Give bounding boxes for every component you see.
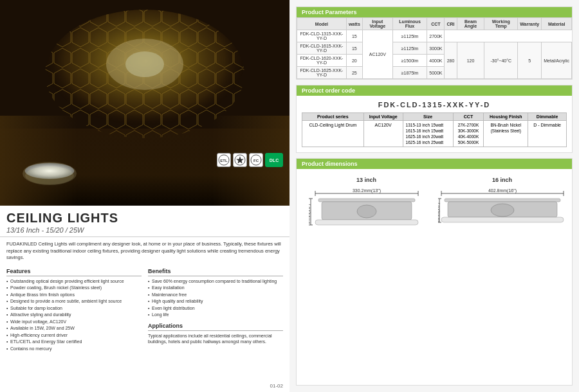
dlc-badge: DLC — [265, 153, 283, 167]
benefits-column: Benefits Save 60% energy consumption com… — [148, 268, 283, 353]
svg-rect-33 — [441, 217, 564, 222]
col-model: Model — [297, 18, 347, 30]
svg-text:402.8mm(16"): 402.8mm(16") — [488, 188, 516, 193]
dim-13inch: 13 inch 330.2mm(13") — [302, 177, 431, 245]
fc-badge: FC — [249, 153, 263, 167]
list-item: Antique Brass trim finish options — [6, 292, 142, 299]
table-cell: FDK-CLD-1615-XXK-YY-D — [297, 42, 347, 55]
svg-text:97mm(3.8"): 97mm(3.8") — [309, 204, 311, 224]
product-image: ETL FC DLC — [0, 0, 290, 206]
params-header: Product Parameters — [297, 7, 572, 17]
svg-point-22 — [357, 205, 376, 218]
table-cell: FDK-CLD-1315-XXK-YY-D — [297, 30, 347, 42]
dim-16inch: 16 inch 402.8mm(16") — [437, 177, 567, 245]
svg-point-8 — [25, 166, 74, 184]
table-cell: AC120V — [362, 30, 392, 79]
oc-col-series: Product series — [302, 113, 364, 121]
list-item: Maintenance free — [148, 292, 283, 299]
oc-cct-val: 27K-2700K30K-3000K40K-4000K50K-5000K — [453, 121, 484, 147]
oc-size-val: 1315-13 inch 15watt1615-16 inch 15watt16… — [403, 121, 453, 147]
list-item: Long life — [148, 312, 283, 319]
list-item: ETL/CETL and Energy Star certified — [6, 339, 142, 346]
left-panel: ETL FC DLC CEILING LIGHTS 13/16 — [0, 0, 290, 392]
oc-col-size: Size — [403, 113, 453, 121]
oc-col-cct: CCT — [453, 113, 484, 121]
energy-star-badge — [233, 153, 247, 167]
right-panel: Product Parameters Model watts Input Vol… — [290, 0, 579, 392]
table-cell: ≥1125lm — [392, 42, 427, 55]
page-title: CEILING LIGHTS — [6, 211, 283, 226]
product-parameters-section: Product Parameters Model watts Input Vol… — [296, 6, 573, 80]
svg-text:FC: FC — [253, 159, 259, 163]
svg-rect-31 — [445, 199, 560, 202]
page-subtitle: 13/16 Inch - 15/20 / 25W — [6, 226, 283, 234]
oc-series-val: CLD-Ceiling Light Drum — [302, 121, 364, 147]
order-code-content: FDK-CLD-1315-XXK-YY-D Product series Inp… — [297, 96, 572, 152]
list-item: Contains no mercury — [6, 346, 142, 353]
oc-voltage-val: AC120V — [363, 121, 403, 147]
col-cri: CRI — [445, 18, 457, 30]
col-flux: Luminous Flux — [392, 18, 427, 30]
list-item: Outstanding optical design providing eff… — [6, 278, 142, 285]
dimensions-row: 13 inch 330.2mm(13") — [302, 177, 567, 245]
oc-col-finish: Housing Finish — [484, 113, 528, 121]
list-item: Save 60% energy consumption compared to … — [148, 278, 283, 285]
col-material: Material — [542, 18, 572, 30]
col-cct: CCT — [427, 18, 445, 30]
table-cell: 5000K — [427, 67, 445, 79]
table-cell: 15 — [346, 42, 362, 55]
title-area: CEILING LIGHTS 13/16 Inch - 15/20 / 25W — [0, 206, 290, 237]
list-item: Attractive styling and durability — [6, 312, 142, 319]
svg-rect-19 — [318, 199, 415, 202]
table-cell: 2700K — [427, 30, 445, 42]
svg-point-34 — [491, 204, 514, 217]
benefits-list: Save 60% energy consumption compared to … — [148, 278, 283, 319]
applications-text: Typical applications include all residen… — [148, 333, 283, 346]
order-code-header-row: Product series Input Voltage Size CCT Ho… — [302, 113, 567, 121]
features-column: Features Outstanding optical design prov… — [6, 268, 142, 353]
table-cell: 5 — [518, 42, 542, 79]
svg-rect-21 — [315, 220, 418, 225]
list-item: Suitable for damp location — [6, 305, 142, 312]
table-cell: 20 — [346, 55, 362, 67]
table-cell: 15 — [346, 30, 362, 42]
svg-text:ETL: ETL — [220, 159, 228, 163]
col-watts: watts — [346, 18, 362, 30]
table-cell: ≥1125lm — [392, 30, 427, 42]
table-row: FDK-CLD-1615-XXK-YY-D15≥1125lm3000K28012… — [297, 42, 572, 55]
benefits-heading: Benefits — [148, 268, 283, 276]
table-cell: ≥1500lm — [392, 55, 427, 67]
table-row: FDK-CLD-1315-XXK-YY-D15AC120V≥1125lm2700… — [297, 30, 572, 42]
list-item: High-efficiency current driver — [6, 332, 142, 339]
table-row: CLD-Ceiling Light Drum AC120V 1315-13 in… — [302, 121, 567, 147]
table-cell: 3000K — [427, 42, 445, 55]
svg-point-5 — [125, 51, 164, 77]
table-cell: Metal/Acrylic — [542, 42, 572, 79]
features-list: Outstanding optical design providing eff… — [6, 278, 142, 353]
list-item: Designed to provide a more subtle, ambie… — [6, 298, 142, 305]
dimensions-content: 13 inch 330.2mm(13") — [297, 169, 572, 250]
features-heading: Features — [6, 268, 142, 276]
svg-text:93mm(3.6"): 93mm(3.6") — [438, 203, 440, 223]
applications-heading: Applications — [148, 323, 283, 331]
order-code-table: Product series Input Voltage Size CCT Ho… — [302, 112, 567, 147]
table-cell: -30°~40°C — [484, 42, 518, 79]
list-item: Even light distribution — [148, 305, 283, 312]
oc-finish-val: BN-Brush Nickel(Stainless Steel) — [484, 121, 528, 147]
list-item: Easy installation — [148, 285, 283, 292]
dimensions-header: Product dimensions — [297, 159, 572, 169]
etl-badge: ETL — [217, 153, 231, 167]
table-cell: 4000K — [427, 55, 445, 67]
table-cell: FDK-CLD-1620-XXK-YY-D — [297, 55, 347, 67]
page-number: 01-02 — [270, 383, 283, 389]
oc-col-dimmable: Dimmable — [528, 113, 567, 121]
certification-logos: ETL FC DLC — [217, 153, 283, 167]
fixture-display — [23, 159, 77, 190]
svg-marker-12 — [236, 156, 244, 164]
table-cell: 120 — [457, 42, 484, 79]
dim1-label: 13 inch — [302, 177, 431, 183]
list-item: Wide input voltage, AC120V — [6, 319, 142, 326]
order-code-section: Product order code FDK-CLD-1315-XXK-YY-D… — [296, 85, 573, 153]
list-item: Available in 15W, 20W and 25W — [6, 325, 142, 332]
table-cell: 25 — [346, 67, 362, 79]
